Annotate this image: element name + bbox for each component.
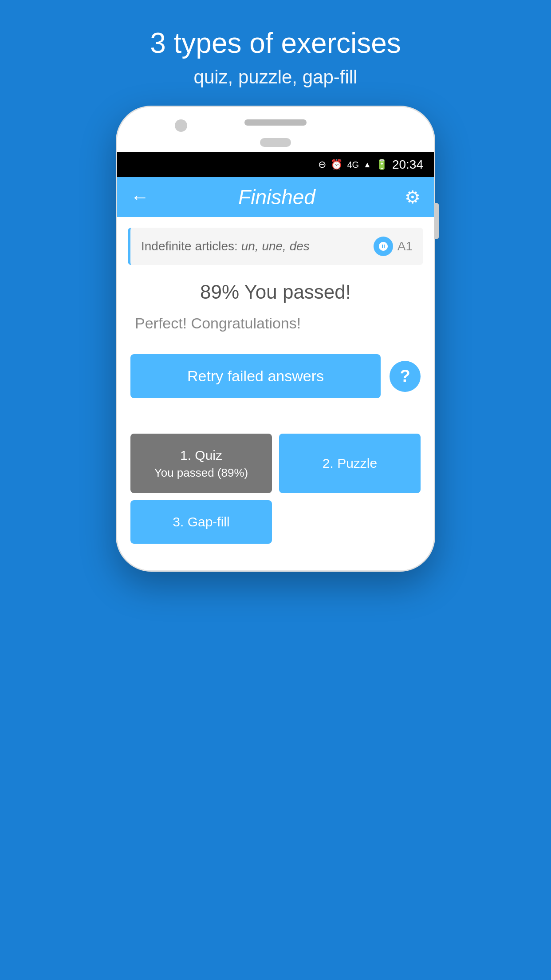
- lesson-card: Indefinite articles: un, une, des A1: [128, 228, 423, 265]
- app-title: Finished: [238, 185, 315, 209]
- battery-icon: 🔋: [376, 159, 388, 170]
- phone-side-button: [434, 203, 439, 239]
- gap-fill-label: 3. Gap-fill: [173, 514, 229, 529]
- network-icon: ▲: [363, 160, 371, 170]
- score-text: 89% You passed!: [128, 281, 423, 303]
- lesson-title-plain: Indefinite articles:: [141, 239, 241, 253]
- phone-mockup: ⊖ ⏰ 4G ▲ 🔋 20:34 ← Finished ⚙ Indefinite…: [116, 106, 435, 572]
- alarm-icon: ⏰: [331, 159, 342, 170]
- back-button[interactable]: ←: [130, 186, 149, 208]
- app-content: Indefinite articles: un, une, des A1 89%…: [117, 228, 434, 570]
- lesson-title: Indefinite articles: un, une, des: [141, 239, 374, 253]
- lesson-badge: A1: [374, 237, 413, 256]
- app-bar: ← Finished ⚙: [117, 177, 434, 217]
- phone-home-indicator: [260, 138, 291, 147]
- exercise-grid: 1. Quiz You passed (89%) 2. Puzzle 3. Ga…: [117, 425, 434, 553]
- phone-top-area: [117, 107, 434, 134]
- settings-button[interactable]: ⚙: [405, 187, 421, 207]
- mute-icon: ⊖: [318, 159, 326, 170]
- lesson-title-italic: un, une, des: [241, 239, 310, 253]
- retry-failed-button[interactable]: Retry failed answers: [130, 354, 381, 398]
- phone-speaker: [244, 119, 307, 126]
- page-subtitle: quiz, puzzle, gap-fill: [150, 67, 401, 88]
- help-button[interactable]: ?: [390, 361, 421, 392]
- badge-icon: [374, 237, 393, 256]
- status-icons: ⊖ ⏰ 4G ▲ 🔋 20:34: [318, 158, 423, 172]
- congrats-text: Perfect! Congratulations!: [117, 310, 434, 345]
- help-icon: ?: [400, 367, 410, 386]
- retry-section: Retry failed answers ?: [117, 345, 434, 411]
- page-title: 3 types of exercises: [150, 27, 401, 59]
- quiz-button[interactable]: 1. Quiz You passed (89%): [130, 434, 272, 493]
- page-header: 3 types of exercises quiz, puzzle, gap-f…: [150, 0, 401, 88]
- puzzle-label: 2. Puzzle: [323, 456, 377, 470]
- puzzle-button[interactable]: 2. Puzzle: [279, 434, 421, 493]
- quiz-subtitle: You passed (89%): [139, 465, 263, 481]
- status-time: 20:34: [392, 158, 423, 172]
- signal-icon: 4G: [347, 160, 359, 170]
- phone-camera: [175, 119, 187, 132]
- score-section: 89% You passed!: [117, 265, 434, 310]
- quiz-label: 1. Quiz: [180, 448, 222, 462]
- gap-fill-button[interactable]: 3. Gap-fill: [130, 500, 272, 544]
- badge-level: A1: [398, 239, 413, 253]
- status-bar: ⊖ ⏰ 4G ▲ 🔋 20:34: [117, 152, 434, 177]
